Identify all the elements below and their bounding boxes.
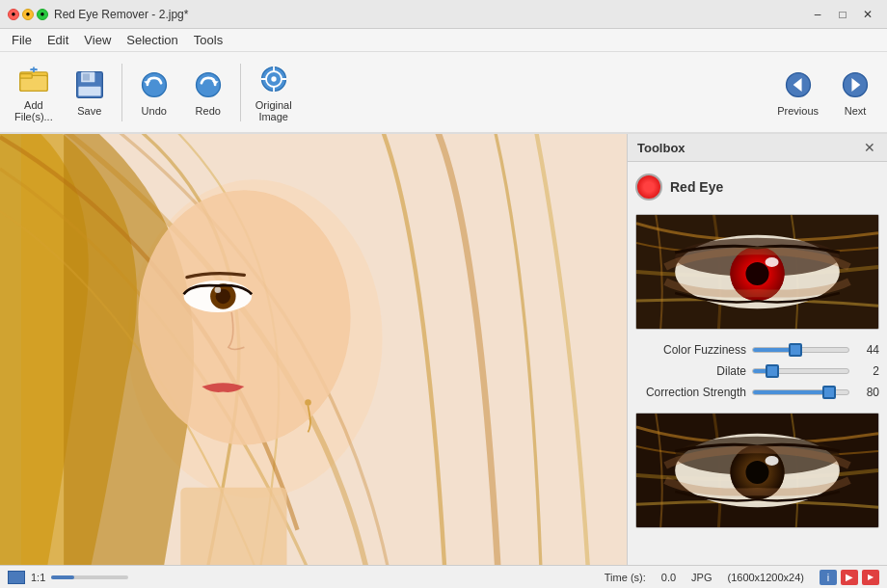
next-icon bbox=[838, 67, 873, 102]
time-value: 0.0 bbox=[661, 572, 676, 583]
dilate-track[interactable] bbox=[752, 368, 849, 374]
menu-view[interactable]: View bbox=[76, 31, 119, 49]
correction-strength-thumb[interactable] bbox=[822, 386, 836, 399]
correction-strength-label: Correction Strength bbox=[635, 386, 746, 399]
toolbox-close-button[interactable]: ✕ bbox=[862, 140, 877, 155]
save-label: Save bbox=[77, 105, 101, 117]
svg-point-30 bbox=[305, 399, 311, 406]
redo-label: Redo bbox=[196, 105, 221, 117]
toolbar-sep-1 bbox=[121, 64, 122, 121]
minimize-button[interactable]: – bbox=[806, 5, 829, 24]
toolbox-header: Toolbox ✕ bbox=[628, 134, 887, 162]
svg-rect-24 bbox=[180, 488, 286, 565]
correction-strength-row: Correction Strength 80 bbox=[635, 382, 879, 403]
dilate-row: Dilate 2 bbox=[635, 361, 879, 382]
dilate-value: 2 bbox=[855, 364, 879, 378]
sliders-container: Color Fuzziness 44 Dilate 2 bbox=[635, 339, 879, 403]
close-button[interactable]: ✕ bbox=[856, 5, 879, 24]
undo-icon bbox=[137, 67, 172, 102]
toolbox-panel: Toolbox ✕ Red Eye bbox=[627, 134, 887, 565]
zoom-level: 1:1 bbox=[31, 572, 45, 583]
add-files-label: Add File(s)... bbox=[14, 99, 53, 122]
add-files-button[interactable]: Add File(s)... bbox=[6, 58, 62, 127]
file-format: JPG bbox=[691, 572, 712, 583]
add-files-icon bbox=[16, 63, 51, 96]
color-fuzziness-thumb[interactable] bbox=[789, 343, 802, 357]
toolbar: Add File(s)... Save Undo bbox=[0, 52, 887, 134]
menu-tools[interactable]: Tools bbox=[186, 31, 230, 49]
color-fuzziness-value: 44 bbox=[855, 343, 879, 357]
color-fuzziness-row: Color Fuzziness 44 bbox=[635, 339, 879, 361]
svg-point-16 bbox=[271, 76, 276, 81]
red-eye-label: Red Eye bbox=[670, 179, 723, 195]
nav-buttons: Previous Next bbox=[768, 58, 881, 127]
correction-strength-fill bbox=[753, 390, 829, 394]
svg-rect-2 bbox=[20, 74, 32, 78]
time-label: Time (s): bbox=[605, 572, 646, 583]
zoom-slider[interactable] bbox=[51, 575, 128, 579]
redo-button[interactable]: Redo bbox=[182, 58, 234, 127]
canvas-area[interactable] bbox=[0, 134, 627, 565]
menu-bar: File Edit View Selection Tools bbox=[0, 29, 887, 52]
menu-file[interactable]: File bbox=[4, 31, 40, 49]
maximize-button[interactable]: □ bbox=[831, 5, 854, 24]
toolbox-title: Toolbox bbox=[637, 141, 685, 155]
toolbar-sep-2 bbox=[240, 64, 241, 121]
dilate-thumb[interactable] bbox=[766, 364, 779, 378]
original-image-button[interactable]: Original Image bbox=[247, 58, 301, 127]
save-button[interactable]: Save bbox=[64, 58, 116, 127]
correction-strength-track[interactable] bbox=[752, 389, 849, 395]
photo-background bbox=[0, 134, 627, 565]
svg-point-37 bbox=[766, 257, 779, 267]
color-fuzziness-track[interactable] bbox=[752, 347, 849, 353]
svg-point-43 bbox=[745, 461, 768, 484]
title-bar: ● ● ● Red Eye Remover - 2.jpg* – □ ✕ bbox=[0, 0, 887, 29]
previous-button[interactable]: Previous bbox=[768, 58, 827, 127]
svg-point-12 bbox=[196, 73, 220, 97]
status-right: Time (s): 0.0 JPG (1600x1200x24) i ▶ ▶ bbox=[605, 570, 879, 585]
correction-strength-value: 80 bbox=[855, 386, 879, 399]
next-label: Next bbox=[845, 105, 867, 117]
red-eye-header: Red Eye bbox=[635, 170, 879, 204]
status-left: 1:1 bbox=[8, 571, 128, 584]
red-eye-icon bbox=[635, 174, 662, 200]
menu-selection[interactable]: Selection bbox=[119, 31, 185, 49]
file-dimensions: (1600x1200x24) bbox=[727, 572, 804, 583]
dot-1: ● bbox=[8, 9, 19, 20]
save-icon bbox=[72, 67, 107, 102]
status-icons: i ▶ ▶ bbox=[820, 570, 879, 585]
window-title: Red Eye Remover - 2.jpg* bbox=[54, 8, 188, 21]
menu-edit[interactable]: Edit bbox=[40, 31, 76, 49]
image-canvas bbox=[0, 134, 627, 565]
title-bar-left: ● ● ● Red Eye Remover - 2.jpg* bbox=[8, 8, 188, 21]
next-button[interactable]: Next bbox=[829, 58, 881, 127]
svg-point-29 bbox=[215, 287, 222, 294]
previous-icon bbox=[781, 67, 816, 102]
svg-rect-9 bbox=[78, 87, 100, 96]
toolbox-content: Red Eye bbox=[628, 162, 887, 565]
undo-button[interactable]: Undo bbox=[128, 58, 180, 127]
info-icon-button[interactable]: i bbox=[820, 570, 837, 585]
dilate-label: Dilate bbox=[635, 364, 746, 378]
dot-3: ● bbox=[37, 9, 48, 20]
svg-point-25 bbox=[138, 190, 350, 444]
svg-point-36 bbox=[745, 262, 768, 285]
zoom-box bbox=[8, 571, 25, 584]
eye-preview-after bbox=[635, 413, 879, 528]
original-image-icon bbox=[256, 63, 291, 96]
color-fuzziness-label: Color Fuzziness bbox=[635, 343, 746, 357]
previous-label: Previous bbox=[777, 105, 819, 117]
svg-rect-8 bbox=[83, 73, 90, 80]
svg-point-44 bbox=[766, 456, 779, 466]
title-bar-dots: ● ● ● bbox=[8, 9, 48, 20]
svg-point-10 bbox=[142, 73, 166, 97]
play-icon-button[interactable]: ▶ bbox=[841, 570, 858, 585]
undo-label: Undo bbox=[142, 105, 167, 117]
youtube-icon-button[interactable]: ▶ bbox=[862, 570, 879, 585]
redo-icon bbox=[191, 67, 226, 102]
dot-2: ● bbox=[22, 9, 34, 20]
eye-preview-before bbox=[635, 214, 879, 330]
original-image-label: Original Image bbox=[255, 99, 292, 122]
title-bar-controls: – □ ✕ bbox=[806, 5, 879, 24]
status-bar: 1:1 Time (s): 0.0 JPG (1600x1200x24) i ▶… bbox=[0, 565, 887, 588]
